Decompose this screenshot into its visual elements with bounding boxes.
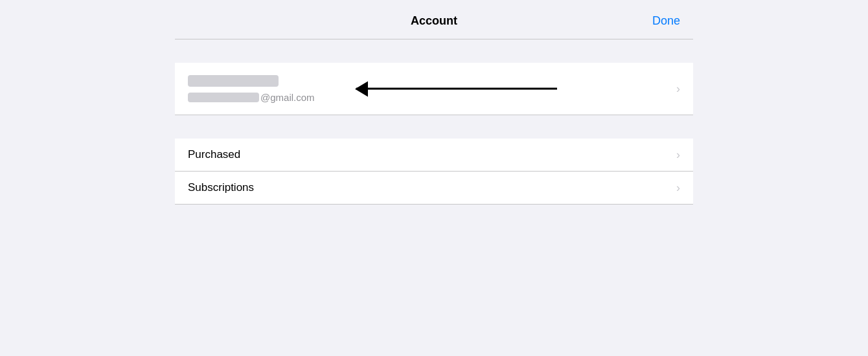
email-suffix: @gmail.com [260,92,315,103]
blurred-email-placeholder [188,93,259,102]
account-chevron-icon: › [670,82,680,96]
subscriptions-row[interactable]: Subscriptions › [175,172,693,204]
purchased-chevron-icon: › [676,148,680,162]
account-row[interactable]: @gmail.com › [175,63,693,115]
subscriptions-chevron-icon: › [676,181,680,195]
account-card: @gmail.com › [175,63,693,115]
modal-panel: Account Done @gmail.com [175,0,693,228]
purchased-label: Purchased [188,148,240,161]
purchased-row[interactable]: Purchased › [175,139,693,171]
page-container: Account Done @gmail.com [0,0,868,356]
header: Account Done [175,0,693,39]
done-button[interactable]: Done [652,14,680,28]
list-section: Purchased › Subscriptions › [175,139,693,204]
page-title: Account [411,14,457,28]
subscriptions-label: Subscriptions [188,181,254,194]
arrow-annotation [356,88,557,90]
blurred-name-placeholder [188,75,279,87]
top-spacer [175,39,693,63]
email-row: @gmail.com [188,92,670,103]
mid-spacer [175,115,693,139]
arrow-line [356,88,557,90]
bottom-spacer [175,205,693,228]
